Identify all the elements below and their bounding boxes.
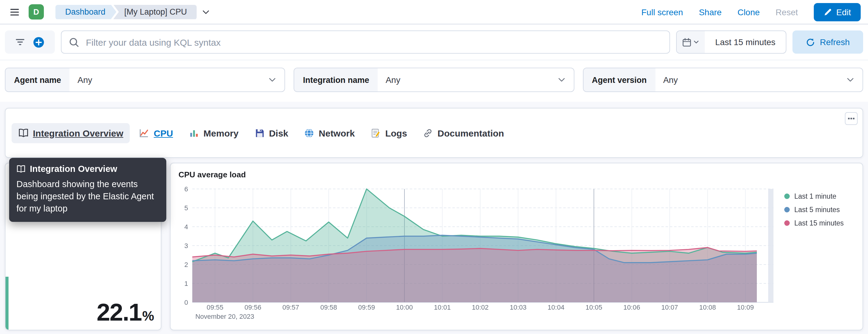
cpu-load-chart[interactable]: 012345609:5509:5609:5709:5809:5910:0010:… — [170, 180, 862, 327]
chevron-down-icon[interactable] — [202, 8, 210, 16]
control-agent-name[interactable]: Agent name Any — [5, 68, 285, 92]
header-left: D Dashboard [My Laptop] CPU — [7, 4, 210, 20]
date-picker: Last 15 minutes — [676, 30, 786, 54]
chevron-down-icon — [268, 75, 285, 84]
tooltip-title-text: Integration Overview — [30, 164, 117, 174]
svg-text:09:55: 09:55 — [207, 304, 223, 311]
chevron-down-icon — [846, 75, 863, 84]
nav-link-network[interactable]: Network — [298, 123, 362, 143]
svg-text:Last 1 minute: Last 1 minute — [794, 192, 836, 200]
svg-text:10:05: 10:05 — [585, 304, 602, 311]
kibana-dashboard-app: D Dashboard [My Laptop] CPU Full screen … — [0, 0, 868, 334]
share-button[interactable]: Share — [699, 7, 722, 17]
control-label: Agent name — [5, 68, 70, 91]
nav-link-label: Network — [319, 128, 355, 138]
dashboard-viewport: Integration Overview CPU Memory — [0, 102, 868, 330]
svg-text:09:56: 09:56 — [245, 304, 261, 311]
globe-icon — [304, 128, 315, 138]
svg-text:2: 2 — [184, 261, 188, 269]
search-icon — [69, 37, 79, 47]
nav-link-disk[interactable]: Disk — [248, 123, 295, 143]
pencil-icon — [824, 8, 832, 16]
control-agent-version[interactable]: Agent version Any — [583, 68, 863, 92]
svg-text:10:03: 10:03 — [510, 304, 527, 311]
svg-text:5: 5 — [184, 204, 188, 212]
nav-link-label: Memory — [204, 128, 239, 138]
nav-link-cpu[interactable]: CPU — [132, 123, 180, 143]
svg-text:4: 4 — [184, 223, 188, 231]
controls-bar: Agent name Any Integration name Any Agen… — [0, 60, 868, 102]
line-chart-icon — [139, 128, 150, 138]
svg-text:Last 5 minutes: Last 5 minutes — [794, 206, 840, 214]
svg-text:1: 1 — [184, 280, 188, 287]
markdown-links-panel: Integration Overview CPU Memory — [5, 108, 863, 158]
panel-options-button[interactable] — [845, 112, 858, 125]
tooltip-body: Dashboard showing the events being inges… — [17, 178, 159, 215]
svg-text:10:06: 10:06 — [623, 304, 640, 311]
nav-link-integration-overview[interactable]: Integration Overview — [11, 123, 130, 143]
refresh-icon — [806, 37, 815, 47]
kql-search-box — [61, 30, 670, 54]
kql-search-input[interactable] — [85, 36, 662, 48]
refresh-button[interactable]: Refresh — [793, 30, 863, 54]
nav-link-label: Documentation — [438, 128, 504, 138]
book-icon — [18, 128, 29, 138]
time-range-value[interactable]: Last 15 minutes — [705, 31, 786, 53]
breadcrumb: Dashboard [My Laptop] CPU — [56, 5, 210, 19]
add-filter-icon[interactable] — [33, 36, 44, 48]
control-label: Agent version — [583, 68, 655, 91]
refresh-button-label: Refresh — [820, 37, 850, 47]
clone-button[interactable]: Clone — [737, 7, 760, 17]
link-icon — [423, 128, 433, 138]
memo-icon — [371, 128, 381, 138]
metric-value: 22.1 — [97, 299, 142, 326]
nav-link-logs[interactable]: Logs — [364, 123, 414, 143]
metric-unit: % — [142, 308, 154, 324]
book-icon — [17, 164, 26, 173]
nav-link-documentation[interactable]: Documentation — [416, 123, 511, 143]
nav-link-tooltip: Integration Overview Dashboard showing t… — [9, 158, 166, 222]
floppy-disk-icon — [254, 128, 265, 138]
control-value: Any — [655, 75, 846, 85]
nav-link-memory[interactable]: Memory — [182, 123, 245, 143]
svg-text:3: 3 — [184, 242, 188, 250]
reset-button: Reset — [776, 7, 798, 17]
metric-accent-bar — [5, 277, 8, 330]
svg-text:November 20, 2023: November 20, 2023 — [195, 313, 254, 320]
nav-link-label: CPU — [154, 128, 173, 138]
breadcrumb-current-dashboard[interactable]: [My Laptop] CPU — [113, 5, 197, 19]
tooltip-title: Integration Overview — [17, 164, 159, 174]
control-integration-name[interactable]: Integration name Any — [294, 68, 575, 92]
edit-button[interactable]: Edit — [814, 3, 861, 21]
nav-link-label: Logs — [385, 128, 407, 138]
chart-title: CPU average load — [170, 163, 863, 179]
control-label: Integration name — [294, 68, 378, 91]
nav-link-label: Disk — [269, 128, 288, 138]
unified-search-bar: Last 15 minutes Refresh — [0, 24, 868, 60]
filter-funnel-icon[interactable] — [15, 37, 25, 47]
calendar-icon — [682, 37, 691, 47]
dashboard-nav-links: Integration Overview CPU Memory — [5, 123, 511, 143]
svg-text:10:07: 10:07 — [661, 304, 678, 311]
svg-text:10:04: 10:04 — [548, 304, 564, 311]
svg-text:6: 6 — [184, 185, 188, 193]
svg-text:0: 0 — [184, 299, 188, 306]
edit-button-label: Edit — [836, 7, 851, 17]
svg-text:10:00: 10:00 — [396, 304, 413, 311]
date-picker-calendar-button[interactable] — [677, 31, 705, 53]
svg-text:Last 15 minutes: Last 15 minutes — [794, 219, 844, 227]
full-screen-button[interactable]: Full screen — [642, 7, 683, 17]
cpu-chart-panel: CPU average load 012345609:5509:5609:570… — [170, 163, 863, 330]
panel-options-icon — [847, 115, 855, 122]
bar-chart-icon — [189, 128, 199, 138]
svg-text:09:57: 09:57 — [282, 304, 299, 311]
breadcrumb-dashboard[interactable]: Dashboard — [56, 5, 116, 19]
global-header: D Dashboard [My Laptop] CPU Full screen … — [0, 0, 868, 24]
hamburger-menu-icon[interactable] — [7, 5, 22, 19]
metric-readout: 22.1 % — [97, 299, 154, 326]
svg-text:10:09: 10:09 — [737, 304, 754, 311]
svg-text:10:02: 10:02 — [472, 304, 489, 311]
header-actions: Full screen Share Clone Reset Edit — [642, 3, 861, 21]
space-avatar[interactable]: D — [29, 4, 44, 20]
svg-text:09:59: 09:59 — [358, 304, 375, 311]
